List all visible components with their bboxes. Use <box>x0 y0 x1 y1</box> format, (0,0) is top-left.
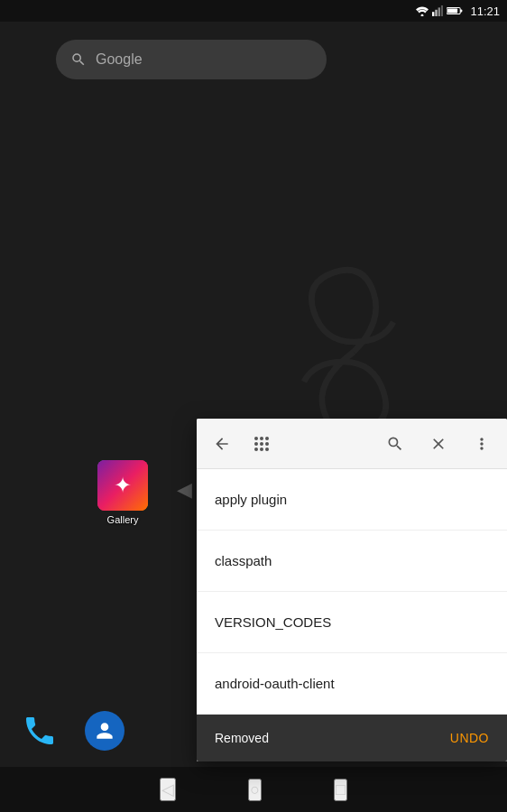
svg-rect-6 <box>461 10 463 13</box>
item-text-android-oauth: android-oauth-client <box>215 676 335 691</box>
apps-grid-button[interactable] <box>244 426 280 462</box>
svg-rect-4 <box>441 5 443 16</box>
undo-button[interactable]: UNDO <box>450 731 489 745</box>
back-nav-icon: ◁ <box>161 780 174 799</box>
list-item[interactable]: VERSION_CODES <box>197 592 507 653</box>
home-nav-icon: ○ <box>250 780 260 799</box>
wifi-icon <box>416 6 429 16</box>
gallery-label: Gallery <box>107 514 139 525</box>
close-button[interactable] <box>420 426 456 462</box>
snackbar: Removed UNDO <box>197 715 507 761</box>
signal-icon <box>432 5 443 17</box>
search-button[interactable] <box>377 426 413 462</box>
drawer-toolbar <box>197 419 507 469</box>
more-vert-icon <box>473 435 491 453</box>
search-icon <box>70 51 87 68</box>
status-bar: 11:21 <box>0 0 507 22</box>
list-item[interactable]: android-oauth-client <box>197 653 507 715</box>
list-item[interactable]: apply plugin <box>197 469 507 531</box>
status-time: 11:21 <box>470 5 500 18</box>
dock-area <box>0 699 198 762</box>
item-text-classpath: classpath <box>215 553 272 568</box>
item-text-version-codes: VERSION_CODES <box>215 614 331 630</box>
list-item[interactable]: classpath <box>197 531 507 592</box>
arrow-back-icon <box>213 435 231 453</box>
close-icon <box>429 435 447 453</box>
snackbar-message: Removed <box>215 731 269 745</box>
search-icon <box>386 435 404 453</box>
svg-rect-1 <box>432 12 434 16</box>
gallery-app[interactable]: ✦ Gallery <box>97 460 148 525</box>
svg-rect-7 <box>447 9 457 14</box>
more-options-button[interactable] <box>464 426 500 462</box>
contacts-icon <box>85 711 124 751</box>
phone-dock-icon[interactable] <box>18 709 61 752</box>
side-arrow: ◀ <box>177 478 192 502</box>
battery-icon <box>447 5 463 16</box>
back-nav-button[interactable]: ◁ <box>160 778 176 801</box>
apps-grid-icon <box>254 437 269 451</box>
recent-nav-icon: □ <box>336 780 346 799</box>
search-bar-text: Google <box>96 51 143 68</box>
contacts-dock-icon[interactable] <box>83 709 126 752</box>
google-search-bar[interactable]: Google <box>56 40 327 79</box>
gallery-icon: ✦ <box>97 460 148 511</box>
recent-nav-button[interactable]: □ <box>334 779 347 801</box>
svg-rect-2 <box>436 10 438 16</box>
home-nav-button[interactable]: ○ <box>248 779 262 801</box>
back-button[interactable] <box>204 426 240 462</box>
svg-rect-3 <box>438 7 440 16</box>
item-text-apply-plugin: apply plugin <box>215 492 287 507</box>
nav-bar: ◁ ○ □ <box>0 767 507 812</box>
phone-icon <box>22 713 58 749</box>
status-icons: 11:21 <box>416 5 500 18</box>
drawer-panel: apply plugin classpath VERSION_CODES and… <box>197 419 507 761</box>
svg-point-0 <box>421 14 424 15</box>
